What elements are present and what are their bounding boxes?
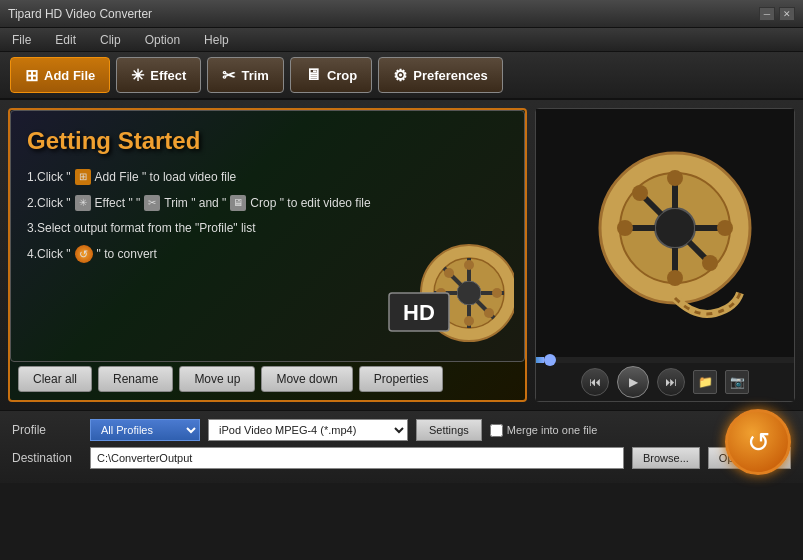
move-up-button[interactable]: Move up bbox=[179, 366, 255, 392]
menu-file[interactable]: File bbox=[8, 31, 35, 49]
step2-trim-icon: ✂ bbox=[144, 195, 160, 211]
preview-controls: ⏮ ▶ ⏭ 📁 📷 bbox=[536, 363, 794, 401]
getting-started-title: Getting Started bbox=[27, 127, 508, 155]
profile-row: Profile All Profiles iPod Video MPEG-4 (… bbox=[12, 419, 791, 441]
bottom-area: Profile All Profiles iPod Video MPEG-4 (… bbox=[0, 410, 803, 483]
step2-crop-icon: 🖥 bbox=[230, 195, 246, 211]
destination-label: Destination bbox=[12, 451, 82, 465]
getting-started-panel: Getting Started 1.Click " ⊞ Add File " t… bbox=[10, 110, 525, 362]
skip-forward-button[interactable]: ⏭ bbox=[657, 368, 685, 396]
add-file-button[interactable]: ⊞ Add File bbox=[10, 57, 110, 93]
profile-select[interactable]: All Profiles bbox=[90, 419, 200, 441]
preferences-button[interactable]: ⚙ Preferences bbox=[378, 57, 502, 93]
svg-point-10 bbox=[464, 316, 474, 326]
profile-label: Profile bbox=[12, 423, 82, 437]
effect-button[interactable]: ✳ Effect bbox=[116, 57, 201, 93]
menu-edit[interactable]: Edit bbox=[51, 31, 80, 49]
step-1: 1.Click " ⊞ Add File " to load video fil… bbox=[27, 169, 508, 185]
svg-text:HD: HD bbox=[403, 300, 435, 325]
format-select[interactable]: iPod Video MPEG-4 (*.mp4) bbox=[208, 419, 408, 441]
menu-help[interactable]: Help bbox=[200, 31, 233, 49]
svg-point-12 bbox=[492, 288, 502, 298]
crop-icon: 🖥 bbox=[305, 66, 321, 84]
preview-panel: ⏮ ▶ ⏭ 📁 📷 bbox=[535, 108, 795, 402]
main-area: Getting Started 1.Click " ⊞ Add File " t… bbox=[0, 100, 803, 410]
crop-button[interactable]: 🖥 Crop bbox=[290, 57, 372, 93]
folder-button[interactable]: 📁 bbox=[693, 370, 717, 394]
svg-point-9 bbox=[464, 260, 474, 270]
move-down-button[interactable]: Move down bbox=[261, 366, 352, 392]
merge-checkbox[interactable] bbox=[490, 424, 503, 437]
window-controls: ─ ✕ bbox=[759, 7, 795, 21]
step2-effect-icon: ✳ bbox=[75, 195, 91, 211]
app-title: Tipard HD Video Converter bbox=[8, 7, 759, 21]
preview-screen bbox=[536, 109, 794, 357]
browse-button[interactable]: Browse... bbox=[632, 447, 700, 469]
svg-point-14 bbox=[484, 308, 494, 318]
step-3: 3.Select output format from the "Profile… bbox=[27, 221, 508, 235]
svg-point-28 bbox=[617, 220, 633, 236]
rename-button[interactable]: Rename bbox=[98, 366, 173, 392]
effect-icon: ✳ bbox=[131, 66, 144, 85]
properties-button[interactable]: Properties bbox=[359, 366, 444, 392]
step-2: 2.Click " ✳ Effect " " ✂ Trim " and " 🖥 … bbox=[27, 195, 508, 211]
play-button[interactable]: ▶ bbox=[617, 366, 649, 398]
menu-bar: File Edit Clip Option Help bbox=[0, 28, 803, 52]
screenshot-button[interactable]: 📷 bbox=[725, 370, 749, 394]
progress-thumb bbox=[544, 354, 556, 366]
preview-progress-bar[interactable] bbox=[536, 357, 794, 363]
merge-row: Merge into one file bbox=[490, 424, 598, 437]
step1-add-icon: ⊞ bbox=[75, 169, 91, 185]
close-button[interactable]: ✕ bbox=[779, 7, 795, 21]
convert-step-icon: ↺ bbox=[75, 245, 93, 263]
svg-point-26 bbox=[667, 170, 683, 186]
svg-point-29 bbox=[717, 220, 733, 236]
svg-point-13 bbox=[444, 268, 454, 278]
convert-icon: ↺ bbox=[747, 426, 770, 459]
toolbar: ⊞ Add File ✳ Effect ✂ Trim 🖥 Crop ⚙ Pref… bbox=[0, 52, 803, 100]
destination-row: Destination C:\ConverterOutput Browse...… bbox=[12, 447, 791, 469]
settings-button[interactable]: Settings bbox=[416, 419, 482, 441]
add-file-icon: ⊞ bbox=[25, 66, 38, 85]
merge-label: Merge into one file bbox=[507, 424, 598, 436]
preferences-icon: ⚙ bbox=[393, 66, 407, 85]
svg-point-31 bbox=[702, 255, 718, 271]
svg-point-30 bbox=[632, 185, 648, 201]
clear-all-button[interactable]: Clear all bbox=[18, 366, 92, 392]
svg-point-27 bbox=[667, 270, 683, 286]
convert-button[interactable]: ↺ bbox=[725, 409, 791, 475]
menu-clip[interactable]: Clip bbox=[96, 31, 125, 49]
hd-decoration: HD bbox=[384, 238, 514, 351]
convert-button-container: ↺ bbox=[725, 409, 791, 475]
action-buttons: Clear all Rename Move up Move down Prope… bbox=[10, 362, 525, 400]
destination-input[interactable]: C:\ConverterOutput bbox=[90, 447, 624, 469]
minimize-button[interactable]: ─ bbox=[759, 7, 775, 21]
trim-button[interactable]: ✂ Trim bbox=[207, 57, 283, 93]
menu-option[interactable]: Option bbox=[141, 31, 184, 49]
left-panel: Getting Started 1.Click " ⊞ Add File " t… bbox=[8, 108, 527, 402]
trim-icon: ✂ bbox=[222, 66, 235, 85]
skip-back-button[interactable]: ⏮ bbox=[581, 368, 609, 396]
title-bar: Tipard HD Video Converter ─ ✕ bbox=[0, 0, 803, 28]
progress-fill bbox=[536, 357, 544, 363]
